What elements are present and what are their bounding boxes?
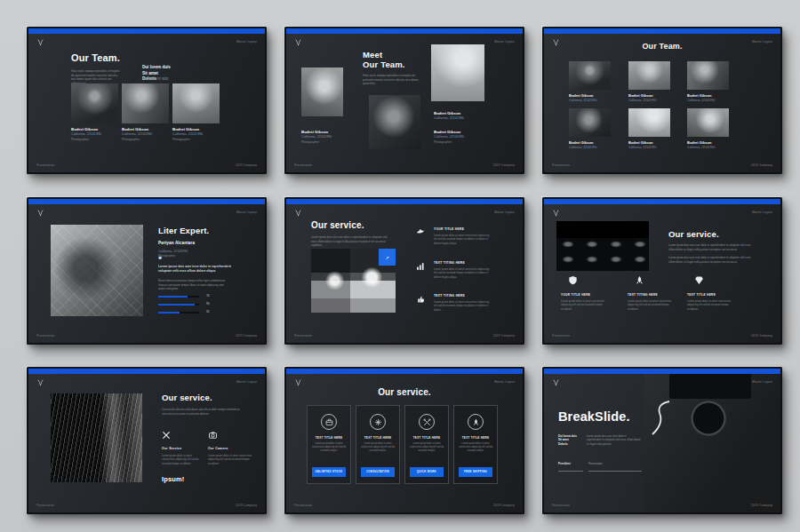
slide-our-service-list[interactable]: Master Layout Our service. Lorem ipsum d… (284, 197, 524, 345)
member-name: Bodrei Gibson (628, 93, 670, 98)
card-title: TEXT TITLE HERE (405, 436, 448, 440)
intro-paragraph: Cras iaculis ultricies nulla donec quis … (162, 408, 242, 416)
template-preview-board: Master Layout Our Team. Vitae sociis nat… (0, 0, 800, 532)
service-item-title: Our Camera (208, 447, 228, 450)
team-member-card: Bodrei Gibson California, 22141990 (569, 61, 611, 102)
team-member-card: Bodrei Gibson California, 22141990 (687, 61, 729, 102)
gem-icon (694, 275, 704, 285)
team-member-card: Bodrei Gibson California, 22141990 Photo… (434, 126, 483, 144)
member-name: Bodrei Gibson (687, 140, 729, 145)
highlight-line: Sit amet (142, 71, 171, 77)
photo-accent-square: ↗ (379, 249, 396, 266)
team-member-card: Bodrei Gibson California, 22141990 Photo… (122, 83, 169, 141)
member-location: California, 22141990 (434, 135, 483, 139)
signature-left: President (558, 452, 583, 472)
skill-value: 55 (206, 310, 210, 314)
highlight-bold: Dolorio (142, 76, 156, 81)
brand-logo-icon (552, 378, 560, 387)
member-location: California, 22141990 (569, 146, 611, 149)
president-label: President (558, 462, 571, 465)
master-layout-label: Master Layout (494, 40, 515, 44)
skill-fill (158, 312, 180, 314)
headphone-cable (650, 397, 673, 436)
card-text: Lorem ipsum dolor sit amet consectetur a… (311, 442, 347, 453)
expert-location: California, 22141990 (158, 250, 188, 253)
card-text: Lorem ipsum dolor sit amet consectetur a… (360, 442, 396, 453)
accent-bar (286, 28, 523, 34)
unlimited-stock-button[interactable]: UNLIMITED STOCK (312, 467, 346, 477)
accent-bar (28, 28, 265, 34)
footer-presentation-label: Presentation (36, 163, 54, 167)
card-title: TEXT TITLE HERE (356, 436, 399, 440)
accent-bar (28, 199, 265, 204)
slide-body: Master Layout Our service. TEXT TITLE HE… (286, 369, 523, 512)
rocket-icon (472, 418, 480, 426)
footer-presentation-label: Presentation (36, 504, 54, 507)
service-item-title: YOUR TITLE HERE (561, 293, 590, 297)
brand-logo-icon (294, 209, 302, 218)
slide-our-service-waves[interactable]: Master Layout Our service. Cras iaculis … (27, 367, 267, 514)
member-role: Photographer (301, 140, 346, 144)
footer-company-label: 2019 Company (236, 163, 257, 167)
service-card: TEXT TITLE HERE Lorem ipsum dolor sit am… (404, 405, 449, 484)
camera-object (669, 374, 751, 399)
member-location: California, 22141990 (687, 99, 729, 102)
highlight-line: Dolorio (558, 442, 577, 446)
briefcase-icon (325, 418, 333, 426)
slide-our-team-grid[interactable]: Master Layout Our Team. Bodrei Gibson Ca… (542, 27, 782, 174)
team-member-card: Bodrei Gibson California, 22141990 (434, 107, 483, 120)
footer-company-label: 2019 Company (493, 334, 515, 337)
expert-quote: Lorem ipsum duis aute irure dolor in rep… (158, 265, 233, 274)
member-photo (687, 61, 729, 90)
slide-title: Our service. (162, 393, 212, 402)
master-layout-label: Master Layout (236, 380, 257, 384)
service-item-text: Lorem ipsum dolor sit amet consectetur a… (162, 454, 204, 465)
consultation-button[interactable]: CONSULTATION (361, 467, 395, 477)
accent-bar (544, 28, 780, 34)
master-layout-label: Master Layout (494, 210, 515, 214)
service-item-title: TEXT TITING HERE (434, 294, 465, 298)
skill-value: 70 (206, 294, 210, 298)
member-location: California, 22141990 (569, 99, 611, 102)
slide-our-team-left[interactable]: Master Layout Our Team. Vitae sociis nat… (27, 27, 267, 174)
member-name: Bodrei Gibson (569, 93, 611, 98)
member-photo (122, 83, 169, 123)
slide-meet-our-team[interactable]: Master Layout Meet Our Team. Vitae socii… (284, 27, 524, 174)
slide-our-service-cards[interactable]: Master Layout Our service. TEXT TITLE HE… (284, 367, 524, 514)
card-text: Lorem ipsum dolor sit amet consectetur a… (458, 442, 493, 453)
accent-bar (544, 199, 780, 204)
member-photo (431, 44, 484, 101)
slide-body: Master Layout Our service. Cras iaculis … (28, 369, 265, 512)
member-name: Bodrei Gibson (687, 93, 729, 98)
card-title: TEXT TITLE HERE (308, 436, 350, 440)
slide-body: Master Layout Liter Expert. Periyan Alca… (28, 199, 265, 343)
service-item-text: Lorem ipsum dolor sit amet consectetur a… (434, 300, 492, 312)
member-photo (369, 95, 420, 149)
member-name: Bodrei Gibson (434, 111, 483, 115)
sparkle-icon (374, 418, 382, 426)
icon-circle (419, 414, 435, 430)
slide-title: BreakSlide. (558, 409, 630, 424)
hand-icon (416, 294, 426, 304)
service-card: TEXT TITLE HERE Lorem ipsum dolor sit am… (453, 405, 498, 484)
free-shipping-button[interactable]: FREE SHIPPING (459, 467, 492, 477)
member-name: Bodrei Gibson (628, 140, 670, 145)
member-photo (172, 83, 220, 123)
service-item-title: Our Service (162, 447, 181, 450)
slide-body: Master Layout Our service. Lorem ipsum d… (544, 199, 780, 343)
member-name: Bodrei Gibson (301, 130, 346, 134)
quick-work-button[interactable]: QUICK WORK (410, 467, 444, 477)
slide-title: Our Team. (71, 52, 120, 63)
highlight-muted: in situ (157, 76, 168, 81)
service-item-title: YOUR TITLE HERE (434, 227, 464, 231)
slide-liter-expert[interactable]: Master Layout Liter Expert. Periyan Alca… (27, 197, 267, 345)
slide-breakslide[interactable]: Master Layout BreakSlide. Dui lorem duis… (542, 367, 782, 514)
brand-logo-icon (294, 38, 302, 47)
member-location: California, 22141990 (687, 146, 729, 149)
bar-chart-icon (416, 261, 426, 271)
arrow-up-right-icon: ↗ (385, 255, 388, 260)
slide-our-service-keyboard[interactable]: Master Layout Our service. Lorem ipsum d… (542, 197, 782, 345)
footer-company-label: 2019 Company (751, 334, 772, 337)
texture-photo (51, 393, 142, 482)
team-member-card: Bodrei Gibson California, 22141990 Photo… (172, 83, 220, 141)
